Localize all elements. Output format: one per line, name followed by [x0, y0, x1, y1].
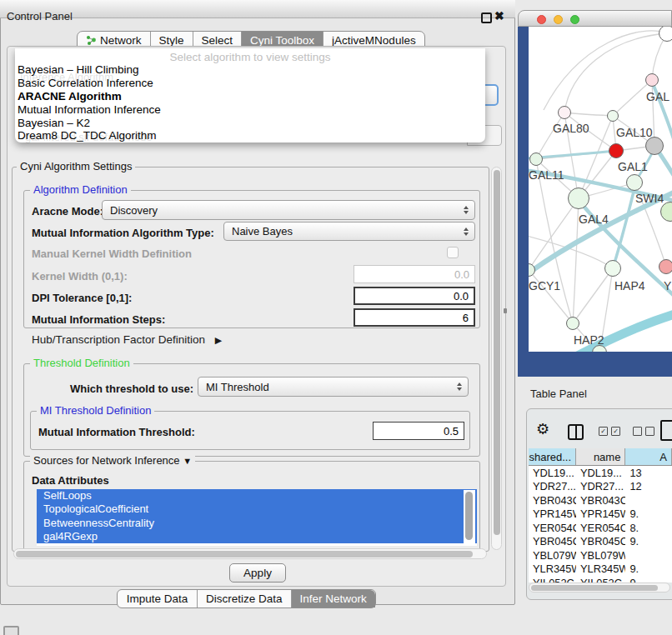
hub-definition-label: Hub/Transcription Factor Definition: [32, 333, 205, 346]
table-cell: YDR27...: [529, 480, 576, 492]
table-hscrollbar[interactable]: [529, 582, 670, 592]
checkbox-checked-icon: ✓: [611, 427, 620, 436]
table-cell: YDR27...: [576, 480, 625, 492]
table-row[interactable]: YDR27...YDR27...12: [529, 480, 672, 494]
column-header-name[interactable]: name: [576, 448, 625, 465]
network-node-gal4[interactable]: [568, 188, 589, 209]
tab-impute-data[interactable]: Impute Data: [118, 590, 198, 608]
minimize-traffic-light-icon[interactable]: [554, 15, 563, 24]
mi-threshold-label: Mutual Information Threshold:: [38, 426, 195, 438]
checkbox-checked-icon: ✓: [599, 427, 608, 436]
table-cell: YPR145W: [529, 508, 576, 520]
table-cell: YDL19...: [529, 467, 576, 479]
network-node-swi4[interactable]: [626, 174, 643, 191]
network-node-gal1[interactable]: [609, 143, 624, 158]
settings-scrollbar-thumb[interactable]: [494, 170, 500, 535]
checked-columns-icon[interactable]: ✓ ✓: [599, 427, 620, 436]
network-node-gal[interactable]: [645, 73, 659, 87]
sources-group-title[interactable]: Sources for Network Inference ▼: [30, 455, 195, 467]
hub-definition-toggle[interactable]: Hub/Transcription Factor Definition ▶: [32, 333, 222, 346]
which-threshold-label: Which threshold to use:: [70, 382, 193, 395]
network-canvas[interactable]: GALGAL80GAL10GAL1GAL11SWI4GAL4GCY1HAP4YH…: [529, 27, 672, 352]
manual-kernel-label: Manual Kernel Width Definition: [32, 248, 192, 260]
stepper-icon: [464, 228, 469, 236]
mi-steps-field[interactable]: 6: [354, 308, 475, 327]
table-row[interactable]: YLR345WYLR345W9.: [529, 562, 672, 577]
which-threshold-select[interactable]: MI Threshold: [198, 377, 469, 397]
document-icon[interactable]: [660, 420, 672, 441]
table-cell: YIL052C: [576, 577, 625, 582]
attribute-item-topologicalcoefficient[interactable]: TopologicalCoefficient: [37, 502, 477, 516]
sources-title-text: Sources for Network Inference: [33, 454, 180, 467]
checkbox-unchecked-icon: [633, 427, 642, 436]
table-cell: YPR145W: [576, 508, 625, 520]
panel-resize-grip[interactable]: [504, 308, 507, 313]
column-header-A[interactable]: A: [625, 448, 672, 465]
dropdown-item-bayesian-hill-climbing[interactable]: Bayesian – Hill Climbing: [15, 63, 485, 77]
network-window-titlebar: [518, 10, 672, 27]
attribute-item-gal4rgexp[interactable]: gal4RGexp: [37, 530, 477, 543]
tab-label: Infer Network: [300, 592, 367, 605]
gear-icon[interactable]: ⚙: [536, 422, 549, 437]
unchecked-columns-icon[interactable]: [633, 427, 654, 436]
settings-hscrollbar[interactable]: [13, 548, 487, 559]
table-row[interactable]: YIL052CYIL052C9: [529, 576, 672, 582]
network-node-gal11[interactable]: [529, 152, 543, 166]
dropdown-item-bayesian-k2[interactable]: Bayesian – K2: [15, 117, 485, 130]
attributes-scrollbar-thumb[interactable]: [465, 492, 473, 540]
close-traffic-light-icon[interactable]: [537, 15, 546, 24]
table-cell: YDL19...: [576, 467, 625, 479]
dropdown-item-mutual-information-inference[interactable]: Mutual Information Inference: [15, 103, 485, 117]
mi-threshold-group-title: MI Threshold Definition: [37, 405, 154, 417]
settings-hscrollbar-thumb[interactable]: [16, 551, 473, 558]
node-table: shared...nameA YDL19...YDL19...13YDR27..…: [529, 448, 672, 582]
tab-discretize-data[interactable]: Discretize Data: [198, 590, 292, 608]
aracne-mode-select[interactable]: Discovery: [102, 200, 475, 220]
mi-type-select[interactable]: Naive Bayes: [223, 222, 475, 241]
table-hscrollbar-thumb[interactable]: [531, 585, 658, 591]
network-node-hap4[interactable]: [604, 260, 621, 277]
table-cell: YLR345W: [529, 562, 576, 575]
collapse-down-icon: ▼: [183, 455, 192, 467]
manual-kernel-checkbox[interactable]: [447, 247, 459, 258]
network-node[interactable]: [645, 137, 664, 155]
table-row[interactable]: YDL19...YDL19...13: [529, 466, 672, 480]
table-row[interactable]: YBR043CYBR043C: [529, 493, 672, 508]
network-node[interactable]: [659, 27, 672, 42]
settings-scrollbar[interactable]: [491, 167, 502, 550]
dpi-tolerance-field[interactable]: 0.0: [354, 287, 475, 305]
table-row[interactable]: YBL079WYBL079W: [529, 548, 672, 562]
table-row[interactable]: YBR045CYBR045C9.: [529, 535, 672, 549]
columns-icon[interactable]: [568, 424, 584, 440]
dropdown-item-basic-correlation-inference[interactable]: Basic Correlation Inference: [15, 77, 485, 90]
network-node-gal80[interactable]: [558, 106, 571, 119]
table-cell: 9.: [625, 508, 672, 520]
table-row[interactable]: YPR145WYPR145W9.: [529, 508, 672, 522]
tab-label: Style: [159, 34, 184, 47]
column-header-shared[interactable]: shared...: [529, 448, 576, 465]
tab-label: Discretize Data: [206, 592, 283, 605]
attribute-item-betweennesscentrality[interactable]: BetweennessCentrality: [37, 517, 477, 530]
tab-infer-network[interactable]: Infer Network: [292, 590, 375, 608]
apply-button[interactable]: Apply: [229, 563, 286, 582]
attribute-item-selfloops[interactable]: SelfLoops: [37, 489, 477, 502]
network-node-gal10[interactable]: [607, 110, 619, 122]
network-icon: [86, 35, 100, 46]
aracne-mode-label: Aracne Mode:: [32, 205, 103, 218]
grid-icon[interactable]: [3, 626, 19, 635]
control-panel-titlebar: [0, 0, 515, 18]
table-row[interactable]: YER054CYER054C8.: [529, 521, 672, 535]
dropdown-prompt: Select algorithm to view settings: [15, 51, 485, 63]
node-label-gal1: GAL1: [618, 160, 648, 173]
dropdown-item-dream8-dc-tdc-algorithm[interactable]: Dream8 DC_TDC Algorithm: [15, 129, 485, 142]
kernel-width-field[interactable]: 0.0: [354, 265, 475, 283]
zoom-traffic-light-icon[interactable]: [570, 15, 579, 24]
network-node-hap2[interactable]: [566, 317, 579, 330]
float-window-icon[interactable]: [481, 12, 492, 23]
dropdown-item-aracne-algorithm[interactable]: ARACNE Algorithm: [15, 90, 485, 103]
attributes-scrollbar[interactable]: [464, 490, 475, 545]
data-attributes-list[interactable]: SelfLoopsTopologicalCoefficientBetweenne…: [37, 489, 477, 546]
network-node-y[interactable]: [659, 259, 672, 274]
close-icon[interactable]: ✖: [494, 9, 504, 22]
mi-threshold-field[interactable]: 0.5: [373, 422, 464, 440]
